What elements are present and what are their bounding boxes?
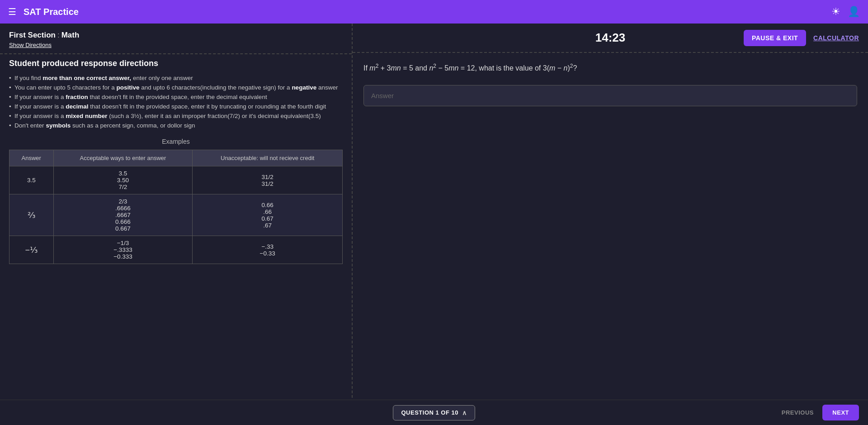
top-navigation: ☰ SAT Practice ☀ 👤	[0, 0, 868, 24]
previous-button[interactable]: PREVIOUS	[782, 409, 814, 416]
bottom-bar: QUESTION 1 OF 10 ∧ PREVIOUS NEXT	[0, 400, 868, 425]
answer-cell: ⅔	[9, 194, 54, 236]
answer-cell: 3.5	[9, 166, 54, 194]
question-counter-label: QUESTION 1 OF 10	[401, 409, 458, 416]
table-row: −⅓ −1/3−.3333−0.333 −.33−0.33	[9, 236, 343, 264]
col-answer: Answer	[9, 150, 54, 166]
question-counter-button[interactable]: QUESTION 1 OF 10 ∧	[393, 405, 476, 420]
show-directions-link[interactable]: Show Directions	[9, 42, 52, 48]
section-colon: :	[57, 31, 60, 40]
section-label: First Section	[9, 31, 56, 40]
answer-input[interactable]	[363, 85, 857, 106]
examples-table: Answer Acceptable ways to enter answer U…	[9, 150, 343, 264]
question-text: If m2 + 3mn = 5 and n2 − 5mn = 12, what …	[363, 62, 857, 74]
sun-icon[interactable]: ☀	[831, 6, 840, 18]
top-bar-actions: PAUSE & EXIT CALCULATOR	[744, 30, 859, 46]
user-icon[interactable]: 👤	[848, 6, 860, 18]
left-panel: First Section : Math Show Directions Stu…	[0, 24, 353, 425]
acceptable-cell: 2/3.6666.66670.6660.667	[53, 194, 193, 236]
content-area: First Section : Math Show Directions Stu…	[0, 24, 868, 425]
calculator-link[interactable]: CALCULATOR	[813, 34, 859, 42]
direction-item: If you find more than one correct answer…	[9, 75, 343, 81]
unacceptable-cell: 31/231/2	[193, 166, 343, 194]
app-title: SAT Practice	[24, 7, 79, 17]
acceptable-cell: −1/3−.3333−0.333	[53, 236, 193, 264]
examples-label: Examples	[9, 138, 343, 145]
menu-icon[interactable]: ☰	[8, 6, 16, 17]
question-area: If m2 + 3mn = 5 and n2 − 5mn = 12, what …	[353, 62, 868, 115]
left-header: First Section : Math Show Directions	[0, 24, 352, 49]
answer-cell: −⅓	[9, 236, 54, 264]
right-panel: 14:23 PAUSE & EXIT CALCULATOR If m2 + 3m…	[353, 24, 868, 425]
direction-item: Don't enter symbols such as a percent si…	[9, 122, 343, 129]
section-subject: Math	[61, 31, 80, 40]
section-title: First Section : Math	[9, 31, 343, 40]
unacceptable-cell: −.33−0.33	[193, 236, 343, 264]
directions-list: If you find more than one correct answer…	[9, 75, 343, 129]
timer: 14:23	[595, 31, 626, 45]
pause-exit-button[interactable]: PAUSE & EXIT	[744, 30, 806, 46]
col-unacceptable: Unacceptable: will not recieve credit	[193, 150, 343, 166]
col-acceptable: Acceptable ways to enter answer	[53, 150, 193, 166]
left-divider	[0, 53, 352, 54]
direction-item: If your answer is a mixed number (such a…	[9, 113, 343, 119]
direction-item: If your answer is a fraction that doesn'…	[9, 94, 343, 100]
directions-panel: Student produced response directions If …	[0, 59, 352, 278]
table-row: 3.5 3.53.507/2 31/231/2	[9, 166, 343, 194]
directions-heading: Student produced response directions	[9, 59, 343, 68]
top-bar: 14:23 PAUSE & EXIT CALCULATOR	[353, 24, 868, 52]
acceptable-cell: 3.53.507/2	[53, 166, 193, 194]
direction-item: You can enter upto 5 characters for a po…	[9, 84, 343, 91]
next-button[interactable]: NEXT	[822, 405, 859, 420]
right-divider	[353, 52, 868, 53]
unacceptable-cell: 0.66.660.67.67	[193, 194, 343, 236]
direction-item: If your answer is a decimal that doesn't…	[9, 103, 343, 110]
table-row: ⅔ 2/3.6666.66670.6660.667 0.66.660.67.67	[9, 194, 343, 236]
chevron-up-icon: ∧	[462, 409, 467, 416]
